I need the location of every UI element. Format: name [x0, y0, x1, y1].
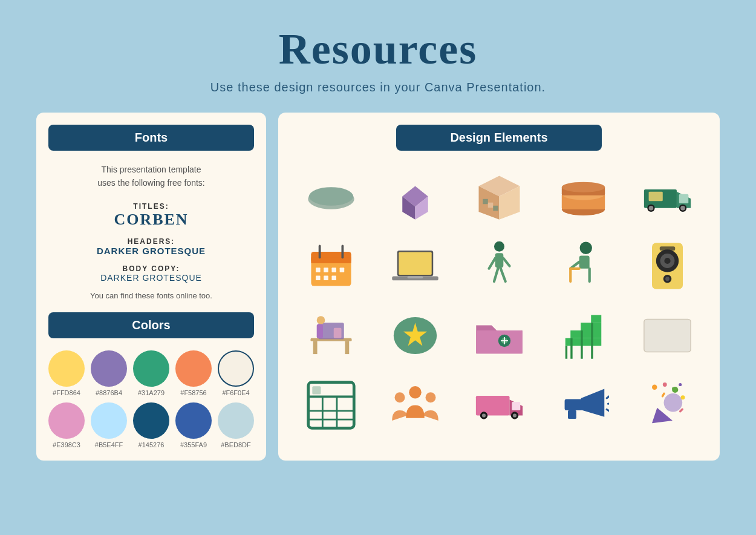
svg-point-97 — [481, 413, 485, 417]
svg-point-63 — [316, 316, 325, 324]
svg-rect-23 — [648, 191, 662, 200]
svg-line-105 — [607, 409, 609, 413]
element-speaker — [627, 232, 708, 299]
color-circle — [133, 402, 169, 439]
svg-point-1 — [308, 187, 353, 206]
svg-point-108 — [652, 384, 657, 390]
svg-line-104 — [608, 402, 609, 404]
body-section: BODY COPY: DARKER GROTESQUE — [48, 264, 254, 283]
element-folder — [458, 302, 539, 369]
color-swatch-item: #FFD864 — [48, 350, 85, 396]
headers-font: DARKER GROTESQUE — [48, 246, 254, 256]
elements-grid — [290, 163, 708, 438]
svg-line-44 — [494, 268, 498, 281]
svg-point-57 — [665, 277, 670, 281]
svg-rect-61 — [345, 341, 349, 353]
svg-rect-58 — [659, 246, 675, 251]
color-circle — [91, 350, 127, 387]
svg-rect-65 — [333, 327, 341, 338]
svg-line-45 — [500, 268, 506, 281]
svg-rect-89 — [312, 386, 321, 394]
svg-rect-113 — [661, 392, 665, 397]
page-title: Resources — [279, 24, 478, 74]
svg-rect-33 — [316, 275, 321, 280]
color-swatches: #FFD864#8876B4#31A279#F58756#F6F0E4 #E39… — [48, 350, 254, 448]
fonts-description: This presentation template uses the foll… — [48, 163, 254, 190]
color-row-2: #E398C3#B5E4FF#145276#355FA9#BED8DF — [48, 402, 254, 448]
svg-rect-47 — [579, 255, 589, 268]
color-circle — [91, 402, 127, 439]
svg-rect-29 — [316, 268, 321, 272]
fonts-panel: Fonts This presentation template uses th… — [36, 113, 266, 461]
svg-point-15 — [561, 182, 604, 192]
svg-rect-93 — [475, 396, 509, 415]
element-delivery-truck-2 — [458, 372, 539, 438]
color-hex-label: #145276 — [138, 441, 165, 448]
svg-rect-102 — [568, 410, 576, 419]
color-circle — [175, 402, 212, 439]
color-hex-label: #BED8DF — [221, 441, 251, 448]
element-person-sitting — [543, 232, 624, 299]
element-3d-room — [458, 163, 539, 229]
svg-line-42 — [489, 258, 495, 268]
color-swatch-item: #F6F0E4 — [218, 350, 254, 396]
svg-rect-95 — [512, 402, 520, 410]
headers-section: HEADERS: DARKER GROTESQUE — [48, 237, 254, 256]
color-swatch-item: #8876B4 — [91, 350, 127, 396]
svg-rect-18 — [679, 194, 688, 203]
color-hex-label: #31A279 — [138, 389, 165, 396]
element-blank-card — [627, 302, 708, 369]
element-flat-shape — [290, 163, 371, 229]
svg-rect-60 — [313, 341, 317, 353]
main-content: Fonts This presentation template uses th… — [36, 113, 720, 461]
element-megaphone — [543, 372, 624, 438]
color-circle — [48, 350, 85, 387]
element-laptop — [374, 232, 455, 299]
svg-point-107 — [663, 393, 682, 412]
svg-point-55 — [664, 257, 670, 263]
colors-header: Colors — [48, 312, 254, 338]
color-swatch-item: #BED8DF — [218, 402, 254, 448]
svg-rect-30 — [324, 268, 328, 272]
svg-rect-10 — [493, 205, 498, 211]
color-swatch-item: #E398C3 — [48, 402, 85, 448]
color-circle — [175, 350, 212, 387]
svg-point-20 — [648, 205, 653, 210]
svg-rect-101 — [564, 399, 582, 410]
svg-point-22 — [680, 205, 685, 210]
element-person-walking — [458, 232, 539, 299]
element-party-popper — [627, 372, 708, 438]
color-circle — [218, 402, 254, 439]
color-swatch-item: #B5E4FF — [91, 402, 127, 448]
svg-rect-76 — [570, 330, 601, 338]
svg-rect-35 — [331, 275, 336, 280]
svg-point-92 — [425, 392, 435, 402]
svg-point-91 — [394, 392, 405, 402]
svg-rect-37 — [399, 252, 431, 274]
svg-point-111 — [680, 395, 685, 399]
color-hex-label: #F6F0E4 — [222, 389, 249, 396]
svg-rect-41 — [495, 253, 503, 268]
page-subtitle: Use these design resources in your Canva… — [210, 80, 546, 94]
color-row-1: #FFD864#8876B4#31A279#F58756#F6F0E4 — [48, 350, 254, 396]
color-swatch-item: #F58756 — [175, 350, 212, 396]
svg-rect-32 — [339, 268, 344, 272]
svg-line-43 — [503, 258, 509, 266]
svg-line-103 — [607, 393, 609, 398]
element-star-badge — [374, 302, 455, 369]
svg-rect-8 — [483, 199, 488, 204]
svg-point-46 — [579, 241, 591, 254]
svg-rect-78 — [591, 323, 593, 359]
svg-rect-80 — [570, 338, 572, 358]
element-delivery-truck — [627, 163, 708, 229]
element-3d-cube-open — [374, 163, 455, 229]
design-panel: Design Elements — [278, 113, 720, 461]
fonts-panel-header: Fonts — [48, 125, 254, 151]
svg-point-109 — [662, 382, 666, 387]
color-hex-label: #355FA9 — [180, 441, 207, 448]
color-hex-label: #B5E4FF — [95, 441, 123, 448]
headers-label: HEADERS: — [48, 237, 254, 246]
color-hex-label: #F58756 — [180, 389, 206, 396]
body-label: BODY COPY: — [48, 264, 254, 273]
color-circle — [48, 402, 85, 439]
